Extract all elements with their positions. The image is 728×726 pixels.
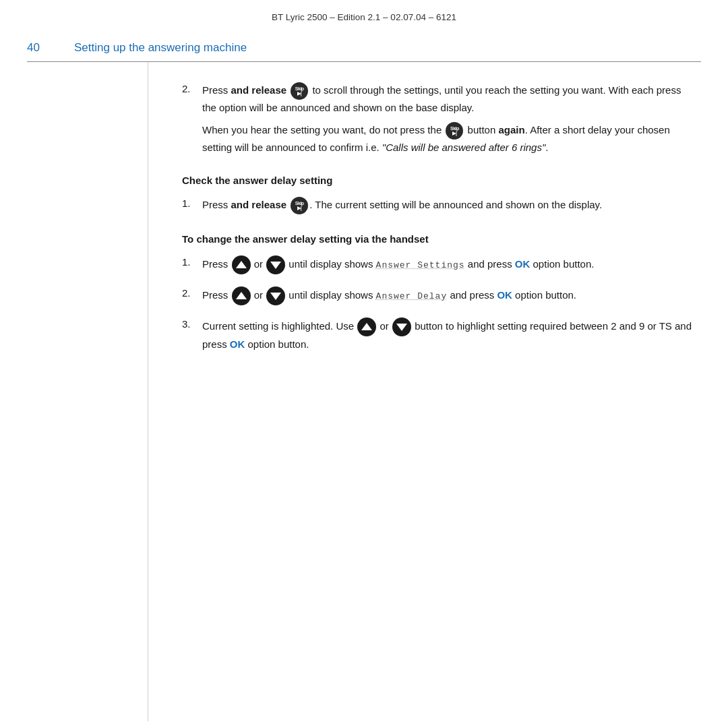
up-arrow-icon-2 (232, 286, 251, 305)
ok-text-3: OK (230, 338, 245, 350)
step2-bold: and release (231, 84, 287, 96)
change-step2-number: 2. (182, 286, 197, 299)
change-step2-item: 2. Press or until display shows Answer D… (182, 286, 694, 305)
right-column: 2. Press and release Skip▶| to scroll th… (148, 62, 728, 721)
page-section: 40 Setting up the answering machine 2. P… (0, 29, 728, 721)
step2-again: again (498, 124, 524, 135)
check-section: Check the answer delay setting 1. Press … (182, 175, 694, 214)
check-step1-item: 1. Press and release Skip▶| . The curren… (182, 197, 694, 214)
skip-icon-1: Skip▶| (291, 82, 308, 100)
change-section: To change the answer delay setting via t… (182, 233, 694, 352)
check-heading: Check the answer delay setting (182, 175, 694, 186)
check-step1-number: 1. (182, 197, 197, 209)
or-text-1: or (254, 258, 266, 270)
or-text-3: or (380, 320, 392, 332)
ok-text-2: OK (497, 289, 512, 301)
change-step2-text: Press or until display shows Answer Dela… (202, 286, 694, 305)
step2-quote: "Calls will be answered after 6 rings" (382, 142, 545, 153)
page-title: Setting up the answering machine (74, 41, 247, 55)
ok-text-1: OK (515, 258, 530, 270)
lcd-answer-settings: Answer Settings (376, 260, 465, 270)
step2-para1: Press and release Skip▶| to scroll throu… (202, 82, 694, 115)
change-step1-number: 1. (182, 255, 197, 268)
lcd-answer-delay: Answer Delay (376, 291, 448, 301)
page-number: 40 (27, 41, 74, 55)
skip-icon-2: Skip▶| (446, 122, 463, 140)
skip-icon-3: Skip▶| (291, 197, 308, 214)
up-arrow-icon-1 (232, 255, 251, 274)
up-arrow-icon-3 (357, 317, 376, 336)
change-heading: To change the answer delay setting via t… (182, 233, 694, 245)
header: BT Lyric 2500 – Edition 2.1 – 02.07.04 –… (0, 0, 728, 29)
content-area: 2. Press and release Skip▶| to scroll th… (0, 62, 728, 721)
change-step3-text: Current setting is highlighted. Use or b… (202, 317, 694, 352)
step2-text: Press and release Skip▶| to scroll throu… (202, 82, 694, 156)
or-text-2: or (254, 289, 266, 301)
down-arrow-icon-1 (266, 255, 285, 274)
header-text: BT Lyric 2500 – Edition 2.1 – 02.07.04 –… (272, 12, 456, 22)
change-step3-number: 3. (182, 317, 197, 330)
step2-number: 2. (182, 82, 197, 94)
down-arrow-icon-3 (392, 317, 411, 336)
page-title-row: 40 Setting up the answering machine (0, 29, 728, 61)
step2-block: 2. Press and release Skip▶| to scroll th… (182, 82, 694, 156)
left-column (0, 62, 148, 721)
change-step3-item: 3. Current setting is highlighted. Use o… (182, 317, 694, 352)
down-arrow-icon-2 (266, 286, 285, 305)
step2-item: 2. Press and release Skip▶| to scroll th… (182, 82, 694, 156)
step2-para2: When you hear the setting you want, do n… (202, 122, 694, 155)
change-step1-text: Press or until display shows Answer Sett… (202, 255, 694, 274)
check-step1-text: Press and release Skip▶| . The current s… (202, 197, 694, 214)
check-step1-bold: and release (231, 199, 287, 210)
change-step1-item: 1. Press or until display shows Answer S… (182, 255, 694, 274)
